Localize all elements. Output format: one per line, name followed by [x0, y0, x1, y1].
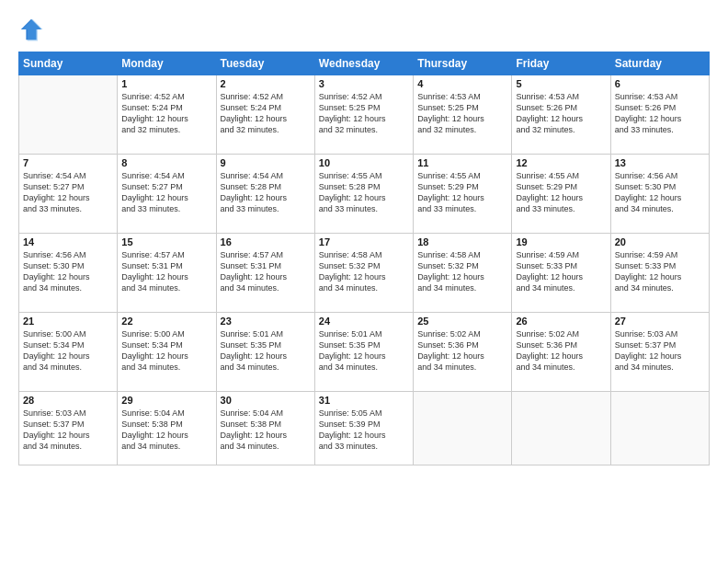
day-info: Sunrise: 4:53 AM Sunset: 5:26 PM Dayligh… — [615, 91, 705, 136]
day-info: Sunrise: 5:04 AM Sunset: 5:38 PM Dayligh… — [221, 408, 311, 453]
day-info: Sunrise: 4:54 AM Sunset: 5:28 PM Dayligh… — [221, 170, 311, 215]
week-row-2: 7Sunrise: 4:54 AM Sunset: 5:27 PM Daylig… — [19, 155, 710, 234]
day-number: 28 — [23, 395, 113, 406]
day-number: 9 — [221, 157, 311, 168]
day-info: Sunrise: 4:55 AM Sunset: 5:29 PM Dayligh… — [417, 170, 507, 215]
day-number: 1 — [121, 78, 211, 89]
day-number: 4 — [417, 78, 507, 89]
day-number: 22 — [121, 316, 211, 327]
calendar-cell: 2Sunrise: 4:52 AM Sunset: 5:24 PM Daylig… — [216, 75, 314, 155]
calendar-cell: 10Sunrise: 4:55 AM Sunset: 5:28 PM Dayli… — [314, 155, 413, 234]
calendar-cell: 28Sunrise: 5:03 AM Sunset: 5:37 PM Dayli… — [19, 392, 118, 465]
calendar-cell: 20Sunrise: 4:59 AM Sunset: 5:33 PM Dayli… — [610, 234, 709, 313]
page: SundayMondayTuesdayWednesdayThursdayFrid… — [0, 0, 728, 563]
calendar-cell: 19Sunrise: 4:59 AM Sunset: 5:33 PM Dayli… — [512, 234, 610, 313]
week-row-1: 1Sunrise: 4:52 AM Sunset: 5:24 PM Daylig… — [19, 75, 710, 155]
calendar-table: SundayMondayTuesdayWednesdayThursdayFrid… — [18, 52, 710, 465]
calendar-cell: 14Sunrise: 4:56 AM Sunset: 5:30 PM Dayli… — [19, 234, 118, 313]
day-number: 29 — [121, 395, 211, 406]
day-header-monday: Monday — [118, 52, 216, 75]
calendar-cell: 29Sunrise: 5:04 AM Sunset: 5:38 PM Dayli… — [118, 392, 216, 465]
day-number: 2 — [221, 78, 311, 89]
day-number: 27 — [615, 316, 705, 327]
day-info: Sunrise: 5:05 AM Sunset: 5:39 PM Dayligh… — [319, 408, 409, 453]
day-info: Sunrise: 4:54 AM Sunset: 5:27 PM Dayligh… — [121, 170, 211, 215]
calendar-cell: 13Sunrise: 4:56 AM Sunset: 5:30 PM Dayli… — [610, 155, 709, 234]
day-info: Sunrise: 4:52 AM Sunset: 5:24 PM Dayligh… — [121, 91, 211, 136]
calendar-cell: 15Sunrise: 4:57 AM Sunset: 5:31 PM Dayli… — [118, 234, 216, 313]
day-info: Sunrise: 5:03 AM Sunset: 5:37 PM Dayligh… — [23, 408, 113, 453]
calendar-cell: 23Sunrise: 5:01 AM Sunset: 5:35 PM Dayli… — [216, 313, 314, 392]
day-number: 5 — [516, 78, 606, 89]
day-info: Sunrise: 5:02 AM Sunset: 5:36 PM Dayligh… — [417, 328, 507, 373]
calendar-cell: 31Sunrise: 5:05 AM Sunset: 5:39 PM Dayli… — [314, 392, 413, 465]
day-number: 7 — [23, 157, 113, 168]
day-number: 15 — [121, 236, 211, 247]
calendar-cell: 21Sunrise: 5:00 AM Sunset: 5:34 PM Dayli… — [19, 313, 118, 392]
calendar-cell: 1Sunrise: 4:52 AM Sunset: 5:24 PM Daylig… — [118, 75, 216, 155]
day-header-wednesday: Wednesday — [314, 52, 413, 75]
day-info: Sunrise: 5:00 AM Sunset: 5:34 PM Dayligh… — [121, 328, 211, 373]
logo — [18, 17, 48, 42]
day-number: 19 — [516, 236, 606, 247]
day-info: Sunrise: 5:02 AM Sunset: 5:36 PM Dayligh… — [516, 328, 606, 373]
day-number: 3 — [319, 78, 409, 89]
calendar-cell: 24Sunrise: 5:01 AM Sunset: 5:35 PM Dayli… — [314, 313, 413, 392]
calendar-cell — [610, 392, 709, 465]
week-row-3: 14Sunrise: 4:56 AM Sunset: 5:30 PM Dayli… — [19, 234, 710, 313]
calendar-cell: 7Sunrise: 4:54 AM Sunset: 5:27 PM Daylig… — [19, 155, 118, 234]
day-header-thursday: Thursday — [414, 52, 512, 75]
day-info: Sunrise: 4:52 AM Sunset: 5:25 PM Dayligh… — [319, 91, 409, 136]
calendar-cell: 22Sunrise: 5:00 AM Sunset: 5:34 PM Dayli… — [118, 313, 216, 392]
calendar-cell: 6Sunrise: 4:53 AM Sunset: 5:26 PM Daylig… — [610, 75, 709, 155]
day-header-saturday: Saturday — [610, 52, 709, 75]
day-info: Sunrise: 5:01 AM Sunset: 5:35 PM Dayligh… — [221, 328, 311, 373]
day-info: Sunrise: 4:55 AM Sunset: 5:29 PM Dayligh… — [516, 170, 606, 215]
day-number: 20 — [615, 236, 705, 247]
day-header-tuesday: Tuesday — [216, 52, 314, 75]
day-number: 14 — [23, 236, 113, 247]
day-number: 31 — [319, 395, 409, 406]
day-info: Sunrise: 5:03 AM Sunset: 5:37 PM Dayligh… — [615, 328, 705, 373]
calendar-cell: 8Sunrise: 4:54 AM Sunset: 5:27 PM Daylig… — [118, 155, 216, 234]
day-number: 25 — [417, 316, 507, 327]
day-info: Sunrise: 5:04 AM Sunset: 5:38 PM Dayligh… — [121, 408, 211, 453]
day-number: 12 — [516, 157, 606, 168]
day-info: Sunrise: 5:01 AM Sunset: 5:35 PM Dayligh… — [319, 328, 409, 373]
day-info: Sunrise: 4:59 AM Sunset: 5:33 PM Dayligh… — [516, 249, 606, 294]
day-number: 18 — [417, 236, 507, 247]
day-info: Sunrise: 4:58 AM Sunset: 5:32 PM Dayligh… — [319, 249, 409, 294]
header — [18, 17, 710, 42]
calendar-cell: 5Sunrise: 4:53 AM Sunset: 5:26 PM Daylig… — [512, 75, 610, 155]
week-row-4: 21Sunrise: 5:00 AM Sunset: 5:34 PM Dayli… — [19, 313, 710, 392]
day-number: 26 — [516, 316, 606, 327]
day-info: Sunrise: 4:52 AM Sunset: 5:24 PM Dayligh… — [221, 91, 311, 136]
calendar-cell: 30Sunrise: 5:04 AM Sunset: 5:38 PM Dayli… — [216, 392, 314, 465]
calendar-cell: 12Sunrise: 4:55 AM Sunset: 5:29 PM Dayli… — [512, 155, 610, 234]
day-number: 8 — [121, 157, 211, 168]
day-header-sunday: Sunday — [19, 52, 118, 75]
day-number: 24 — [319, 316, 409, 327]
day-header-friday: Friday — [512, 52, 610, 75]
day-number: 21 — [23, 316, 113, 327]
day-info: Sunrise: 4:57 AM Sunset: 5:31 PM Dayligh… — [221, 249, 311, 294]
calendar-cell: 16Sunrise: 4:57 AM Sunset: 5:31 PM Dayli… — [216, 234, 314, 313]
day-number: 17 — [319, 236, 409, 247]
day-number: 23 — [221, 316, 311, 327]
calendar-cell: 11Sunrise: 4:55 AM Sunset: 5:29 PM Dayli… — [414, 155, 512, 234]
day-info: Sunrise: 4:53 AM Sunset: 5:26 PM Dayligh… — [516, 91, 606, 136]
day-number: 6 — [615, 78, 705, 89]
calendar-cell — [414, 392, 512, 465]
calendar-cell: 9Sunrise: 4:54 AM Sunset: 5:28 PM Daylig… — [216, 155, 314, 234]
calendar-cell: 17Sunrise: 4:58 AM Sunset: 5:32 PM Dayli… — [314, 234, 413, 313]
day-info: Sunrise: 5:00 AM Sunset: 5:34 PM Dayligh… — [23, 328, 113, 373]
svg-marker-1 — [22, 19, 42, 41]
calendar-cell — [512, 392, 610, 465]
day-number: 13 — [615, 157, 705, 168]
day-info: Sunrise: 4:57 AM Sunset: 5:31 PM Dayligh… — [121, 249, 211, 294]
day-number: 11 — [417, 157, 507, 168]
day-info: Sunrise: 4:59 AM Sunset: 5:33 PM Dayligh… — [615, 249, 705, 294]
day-number: 16 — [221, 236, 311, 247]
day-info: Sunrise: 4:56 AM Sunset: 5:30 PM Dayligh… — [615, 170, 705, 215]
week-row-5: 28Sunrise: 5:03 AM Sunset: 5:37 PM Dayli… — [19, 392, 710, 465]
